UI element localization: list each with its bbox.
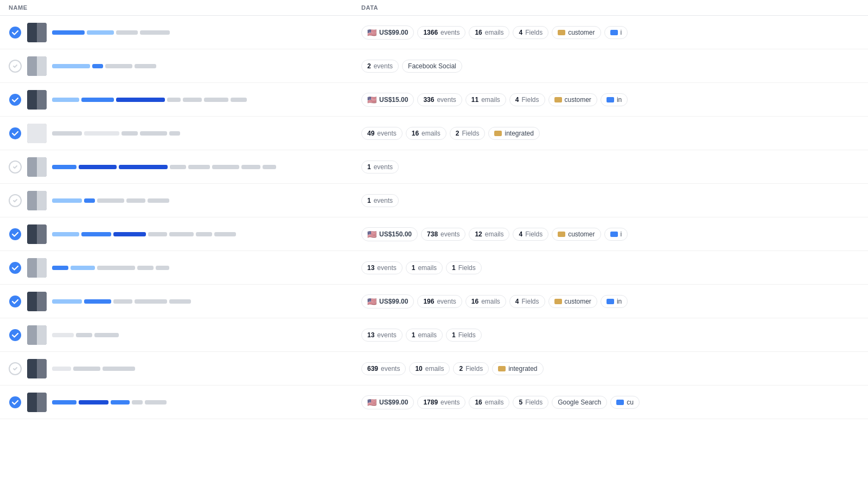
checked-icon[interactable]: [9, 261, 22, 274]
data-tag: 1emails: [406, 261, 443, 274]
avatar: [27, 258, 47, 278]
stat-number: 1: [452, 331, 456, 339]
unchecked-icon[interactable]: [9, 362, 22, 375]
stat-label: emails: [425, 365, 444, 373]
stat-label: events: [374, 197, 393, 204]
stat-label: Fields: [458, 264, 476, 272]
badge-label: customer: [568, 29, 595, 36]
name-placeholder: [52, 64, 156, 68]
flag-icon: 🇺🇸: [367, 230, 376, 239]
data-tag: 1events: [361, 194, 399, 207]
checked-icon[interactable]: [9, 329, 22, 342]
svg-point-3: [9, 127, 21, 139]
stat-label: events: [441, 399, 459, 406]
row-left: [9, 124, 361, 143]
table-row[interactable]: 1events: [0, 150, 868, 184]
stat-label: Fields: [522, 96, 539, 104]
price-value: US$99.00: [379, 399, 408, 406]
data-tag: customer: [552, 228, 601, 241]
stat-label: events: [441, 230, 459, 238]
data-tag: 5Fields: [513, 396, 548, 409]
stat-number: 13: [367, 331, 374, 339]
table-row[interactable]: 🇺🇸US$99.001789events16emails5FieldsGoogl…: [0, 386, 868, 419]
data-tag: 16emails: [406, 127, 446, 140]
more-label: i: [621, 29, 622, 36]
flag-icon: 🇺🇸: [367, 28, 376, 37]
data-tag: 1789events: [417, 396, 465, 409]
unchecked-icon[interactable]: [9, 194, 22, 207]
name-placeholder: [52, 98, 247, 102]
svg-point-6: [9, 228, 21, 240]
stat-label: events: [377, 331, 396, 339]
stat-number: 12: [475, 230, 482, 238]
data-tag: 2Fields: [450, 127, 486, 140]
more-icon: [607, 299, 614, 304]
flag-icon: 🇺🇸: [367, 398, 376, 407]
flag-icon: 🇺🇸: [367, 95, 376, 104]
svg-point-0: [9, 27, 21, 38]
table-row[interactable]: 🇺🇸US$99.00196events16emails4Fieldscustom…: [0, 285, 868, 318]
row-right: 🇺🇸US$99.001789events16emails5FieldsGoogl…: [361, 395, 859, 409]
stat-number: 1: [412, 264, 416, 272]
stat-number: 4: [515, 96, 519, 104]
data-tag: 12emails: [469, 228, 509, 241]
name-placeholder: [52, 30, 170, 35]
checked-icon[interactable]: [9, 295, 22, 308]
row-right: 639events10emails2Fieldsintegrated: [361, 362, 859, 375]
stat-number: 16: [471, 298, 478, 305]
table-row[interactable]: 13events1emails1Fields: [0, 318, 868, 352]
data-tag: 1events: [361, 160, 399, 174]
checked-icon[interactable]: [9, 26, 22, 39]
unchecked-icon[interactable]: [9, 160, 22, 174]
row-left: [9, 325, 361, 345]
data-tag: 49events: [361, 127, 403, 140]
table-row[interactable]: 13events1emails1Fields: [0, 251, 868, 285]
stat-label: events: [381, 365, 400, 373]
stat-label: emails: [485, 399, 504, 406]
row-right: 1events: [361, 160, 859, 174]
stat-number: 2: [456, 130, 459, 137]
table-row[interactable]: 1events: [0, 184, 868, 217]
name-placeholder: [52, 165, 276, 169]
stat-number: 16: [475, 399, 482, 406]
data-tag: 🇺🇸US$150.00: [361, 227, 418, 241]
row-left: [9, 157, 361, 177]
data-tag: 738events: [421, 228, 465, 241]
checked-icon[interactable]: [9, 93, 22, 106]
data-tag: customer: [548, 295, 597, 308]
avatar: [27, 359, 47, 378]
data-tag: 4Fields: [509, 295, 545, 308]
data-tag: 1366events: [417, 26, 465, 39]
badge-icon: [558, 232, 565, 237]
stat-number: 5: [519, 399, 522, 406]
checked-icon[interactable]: [9, 127, 22, 140]
more-icon: [616, 400, 624, 405]
more-icon: [610, 232, 618, 237]
stat-label: emails: [418, 331, 437, 339]
name-placeholder: [52, 232, 236, 236]
stat-label: events: [374, 163, 393, 171]
table-row[interactable]: 🇺🇸US$15.00336events11emails4Fieldscustom…: [0, 83, 868, 117]
row-right: 🇺🇸US$15.00336events11emails4Fieldscustom…: [361, 93, 859, 107]
avatar: [27, 157, 47, 177]
table-row[interactable]: 🇺🇸US$99.001366events16emails4Fieldscusto…: [0, 16, 868, 49]
table-row[interactable]: 639events10emails2Fieldsintegrated: [0, 352, 868, 386]
row-right: 1events: [361, 194, 859, 207]
table-row[interactable]: 49events16emails2Fieldsintegrated: [0, 117, 868, 150]
svg-point-11: [9, 396, 21, 408]
table-row[interactable]: 2eventsFacebook Social: [0, 49, 868, 83]
stat-number: 16: [412, 130, 419, 137]
stat-label: events: [441, 29, 459, 36]
stat-number: 4: [519, 29, 522, 36]
price-value: US$99.00: [379, 298, 408, 305]
row-right: 2eventsFacebook Social: [361, 60, 859, 73]
data-tag: customer: [548, 93, 597, 106]
name-placeholder: [52, 333, 119, 337]
checked-icon[interactable]: [9, 396, 22, 409]
stat-label: Fields: [522, 298, 539, 305]
name-placeholder: [52, 367, 135, 371]
checked-icon[interactable]: [9, 228, 22, 241]
data-tag: 336events: [417, 93, 462, 106]
unchecked-icon[interactable]: [9, 60, 22, 73]
table-row[interactable]: 🇺🇸US$150.00738events12emails4Fieldscusto…: [0, 217, 868, 251]
